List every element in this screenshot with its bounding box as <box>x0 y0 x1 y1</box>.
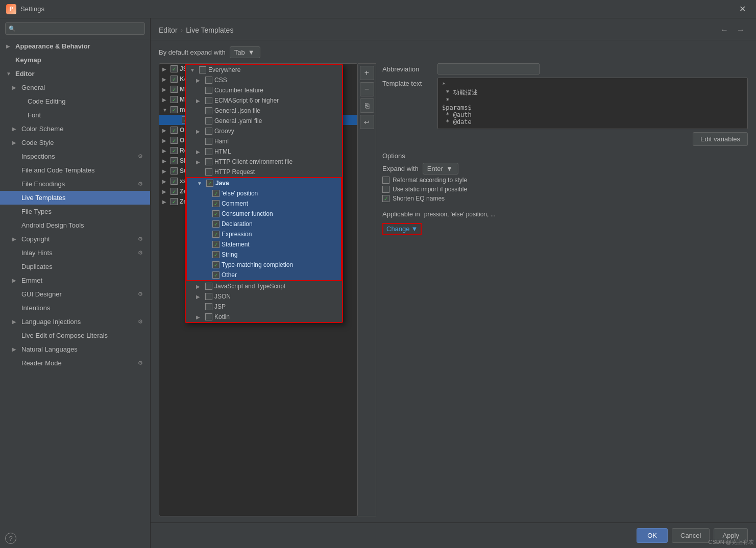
popup-checkbox[interactable] <box>205 303 212 310</box>
sidebar-item-file-types[interactable]: File Types <box>0 205 150 218</box>
popup-checkbox[interactable] <box>205 313 212 320</box>
popup-item-groovy[interactable]: ▶ Groovy <box>186 126 342 136</box>
cancel-button[interactable]: Cancel <box>672 528 710 543</box>
template-checkbox[interactable] <box>170 76 178 83</box>
popup-item-other[interactable]: Other <box>186 270 342 281</box>
popup-item-kotlin[interactable]: ▶ Kotlin <box>186 312 342 322</box>
sidebar-item-android-design[interactable]: Android Design Tools <box>0 218 150 232</box>
search-input[interactable] <box>5 22 145 35</box>
sidebar-item-inlay-hints[interactable]: Inlay Hints ⚙ <box>0 246 150 260</box>
popup-checkbox[interactable] <box>205 283 212 290</box>
change-link[interactable]: Change ▼ <box>382 223 422 235</box>
sidebar-item-emmet[interactable]: ▶ Emmet <box>0 273 150 287</box>
popup-item-haml[interactable]: Haml <box>186 136 342 146</box>
popup-checkbox[interactable] <box>205 168 212 176</box>
sidebar-item-file-encodings[interactable]: File Encodings ⚙ <box>0 177 150 191</box>
sidebar-item-gui-designer[interactable]: GUI Designer ⚙ <box>0 287 150 301</box>
popup-checkbox-declaration[interactable] <box>212 220 220 228</box>
template-checkbox[interactable] <box>170 198 178 205</box>
template-checkbox[interactable] <box>170 178 178 185</box>
popup-item-type-matching[interactable]: Type-matching completion <box>186 260 342 270</box>
template-checkbox[interactable] <box>170 137 178 144</box>
template-checkbox[interactable] <box>170 167 178 175</box>
popup-checkbox-else[interactable] <box>212 190 220 197</box>
popup-item-comment[interactable]: Comment <box>186 198 342 209</box>
popup-item-java[interactable]: ▼ Java <box>186 177 342 188</box>
sidebar-item-reader-mode[interactable]: Reader Mode ⚙ <box>0 356 150 370</box>
popup-checkbox-string[interactable] <box>212 251 220 258</box>
popup-item-expression[interactable]: Expression <box>186 229 342 239</box>
popup-item-http-client[interactable]: ▶ HTTP Client environment file <box>186 157 342 167</box>
popup-item-json[interactable]: ▶ JSON <box>186 291 342 302</box>
popup-item-gen-json[interactable]: General .json file <box>186 106 342 116</box>
edit-variables-button[interactable]: Edit variables <box>693 132 748 146</box>
back-button[interactable]: ← <box>717 24 731 36</box>
abbreviation-input[interactable] <box>437 63 540 74</box>
sidebar-item-font[interactable]: Font <box>0 108 150 122</box>
popup-checkbox[interactable] <box>205 117 212 124</box>
popup-checkbox-other[interactable] <box>212 271 220 279</box>
ok-button[interactable]: OK <box>637 528 668 543</box>
popup-checkbox-expression[interactable] <box>212 231 220 238</box>
sidebar-item-appearance[interactable]: ▶ Appearance & Behavior <box>0 39 150 53</box>
sidebar-item-general[interactable]: ▶ General <box>0 81 150 94</box>
template-checkbox[interactable] <box>170 157 178 164</box>
popup-checkbox[interactable] <box>205 77 212 84</box>
add-template-button[interactable]: + <box>360 66 374 80</box>
options-expand-dropdown[interactable]: Enter ▼ <box>423 163 458 175</box>
popup-checkbox[interactable] <box>205 87 212 94</box>
sidebar-item-code-editing[interactable]: Code Editing <box>0 94 150 108</box>
sidebar-item-language-injections[interactable]: ▶ Language Injections ⚙ <box>0 315 150 329</box>
expand-with-dropdown[interactable]: Tab ▼ <box>230 46 260 58</box>
popup-item-html[interactable]: ▶ HTML <box>186 146 342 157</box>
popup-checkbox-java[interactable] <box>206 180 213 187</box>
popup-item-everywhere[interactable]: ▼ Everywhere <box>186 65 342 75</box>
template-code-editor[interactable]: * * 功能描述 * $params$ * @auth * @date <box>437 78 748 129</box>
sidebar-item-intentions[interactable]: Intentions <box>0 301 150 315</box>
forward-button[interactable]: → <box>734 24 748 36</box>
popup-checkbox[interactable] <box>205 148 212 155</box>
popup-checkbox[interactable] <box>205 107 212 114</box>
sidebar-item-live-templates[interactable]: Live Templates <box>0 191 150 205</box>
sidebar-item-inspections[interactable]: Inspections ⚙ <box>0 150 150 163</box>
static-import-checkbox-box[interactable] <box>382 186 389 193</box>
close-button[interactable]: ✕ <box>735 2 750 16</box>
template-checkbox[interactable] <box>170 147 178 154</box>
popup-checkbox[interactable] <box>205 158 212 165</box>
popup-checkbox[interactable] <box>205 293 212 300</box>
sidebar-item-keymap[interactable]: Keymap <box>0 53 150 67</box>
popup-checkbox[interactable] <box>199 66 206 73</box>
popup-item-http-request[interactable]: HTTP Request <box>186 167 342 177</box>
sidebar-item-copyright[interactable]: ▶ Copyright ⚙ <box>0 232 150 246</box>
popup-item-statement[interactable]: Statement <box>186 239 342 250</box>
reformat-checkbox-box[interactable] <box>382 177 389 184</box>
popup-item-jsp[interactable]: JSP <box>186 302 342 312</box>
popup-item-declaration[interactable]: Declaration <box>186 219 342 229</box>
sidebar-item-file-templates[interactable]: File and Code Templates <box>0 163 150 177</box>
template-checkbox[interactable] <box>170 127 178 134</box>
remove-template-button[interactable]: − <box>360 82 374 96</box>
help-button[interactable]: ? <box>5 533 16 544</box>
popup-item-ecma[interactable]: ▶ ECMAScript 6 or higher <box>186 95 342 106</box>
template-checkbox[interactable] <box>170 96 178 103</box>
sidebar-item-code-style[interactable]: ▶ Code Style <box>0 136 150 150</box>
popup-item-gen-yaml[interactable]: General .yaml file <box>186 116 342 126</box>
popup-checkbox-comment[interactable] <box>212 200 220 207</box>
shorten-eq-checkbox-box[interactable] <box>382 195 389 202</box>
popup-checkbox[interactable] <box>205 128 212 135</box>
template-checkbox[interactable] <box>170 106 178 113</box>
popup-item-else-position[interactable]: 'else' position <box>186 188 342 198</box>
static-import-checkbox[interactable]: Use static import if possible <box>382 186 748 193</box>
reformat-checkbox[interactable]: Reformat according to style <box>382 177 748 184</box>
revert-template-button[interactable]: ↩ <box>360 115 374 129</box>
popup-checkbox[interactable] <box>205 97 212 104</box>
sidebar-item-live-edit[interactable]: Live Edit of Compose Literals <box>0 329 150 342</box>
popup-item-js-ts[interactable]: ▶ JavaScript and TypeScript <box>186 281 342 291</box>
popup-item-consumer[interactable]: Consumer function <box>186 209 342 219</box>
popup-item-css[interactable]: ▶ CSS <box>186 75 342 85</box>
popup-item-cucumber[interactable]: Cucumber feature <box>186 85 342 95</box>
popup-checkbox-type-matching[interactable] <box>212 261 220 268</box>
copy-template-button[interactable]: ⎘ <box>360 98 374 113</box>
template-checkbox[interactable] <box>170 65 178 72</box>
popup-item-string[interactable]: String <box>186 250 342 260</box>
